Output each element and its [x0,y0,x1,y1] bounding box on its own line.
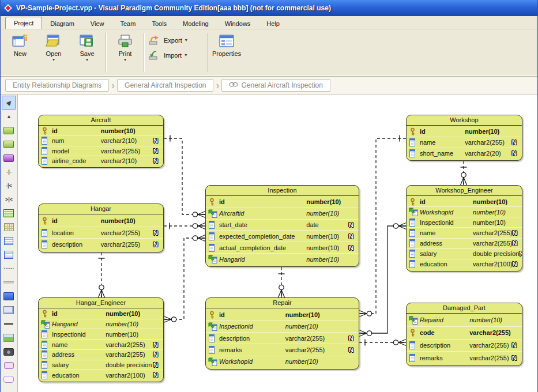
dotted-line-tool[interactable]: ······ [2,262,16,276]
entity-row[interactable]: modelvarchar2(255)N [39,146,163,156]
entity-hangar[interactable]: Hangaridnumber(10)locationvarchar2(255)N… [38,203,164,252]
relationship-aircraft-inspection[interactable] [164,135,205,218]
table-record-tool[interactable] [2,206,16,220]
entity-row[interactable]: idnumber(10) [39,215,163,227]
entity-row[interactable]: Inspectionidnumber(10) [39,329,163,339]
relationship-inspection-repair[interactable] [278,267,284,297]
rounded-rectangle-tool[interactable] [2,372,16,386]
menu-item-diagram[interactable]: Diagram [42,18,82,29]
relationship-workshop-workshop_engineer[interactable] [460,161,466,185]
note-tool[interactable] [2,248,16,262]
entity-row[interactable]: airline_codevarchar2(10)N [39,156,163,165]
entity-title: Damaged_Part [407,303,522,314]
line-tool[interactable] [2,317,16,331]
chevron-down-icon[interactable]: ▾ [185,39,187,42]
entity-row[interactable]: idnumber(10) [407,126,522,137]
entity-row[interactable]: idnumber(10) [39,309,163,319]
chevron-down-icon[interactable]: ▾ [185,54,187,57]
screenshot-tool[interactable] [2,345,16,359]
entity-row[interactable]: idnumber(10) [206,197,359,208]
one-to-many-relationship-tool[interactable]: -|< [2,179,16,193]
entity-row[interactable]: idnumber(10) [39,126,163,135]
entity-inspection[interactable]: Inspectionidnumber(10)Aircraftidnumber(1… [205,185,359,267]
grid-tool[interactable] [2,220,16,234]
chevron-down-icon[interactable]: ▾ [52,58,55,62]
one-to-one-relationship-tool[interactable]: -|- [2,165,16,179]
callout-tool[interactable] [2,359,16,372]
entity-row[interactable]: idnumber(10) [407,197,522,206]
entity-row[interactable]: namevarchar2(255)N [407,137,522,148]
text-annotation-tool[interactable] [2,234,16,248]
entity-row[interactable]: start_datedateN [206,219,359,231]
cursor-tool[interactable]: ▶ [2,96,16,110]
scroll-up[interactable]: ▲ [2,110,16,123]
menu-item-view[interactable]: View [82,18,112,29]
entity-row[interactable]: Workshopidnumber(10) [206,356,359,367]
entity-row[interactable]: expected_completion_datenumber(10)N [206,230,359,242]
export-button[interactable]: Export▾ [148,35,204,46]
entity-hangar_engineer[interactable]: Hangar_Engineeridnumber(10)Hangaridnumbe… [38,297,164,382]
open-button[interactable]: Open▾ [39,32,69,62]
menu-item-project[interactable]: Project [5,17,42,29]
entity-row[interactable]: educationvarchar2(100)N [407,259,522,269]
print-button[interactable]: Print▾ [110,32,140,62]
new-button[interactable]: New [5,32,35,62]
entity-row[interactable]: remarksvarchar2(255)N [407,351,522,364]
entity-row[interactable]: Aircraftidnumber(10) [206,208,359,219]
breadcrumb-item[interactable]: Entity Relationship Diagrams [5,79,109,92]
save-button[interactable]: Save▾ [72,32,102,62]
entity-row[interactable]: Inspectionidnumber(10) [206,320,359,331]
entity-row[interactable]: locationvarchar2(255)N [39,227,163,239]
menu-item-help[interactable]: Help [258,18,288,29]
stored-procedure-tool[interactable] [2,151,16,165]
entity-row[interactable]: idnumber(10) [206,309,359,320]
entity-repair[interactable]: Repairidnumber(10)Inspectionidnumber(10)… [205,297,359,370]
entity-workshop_engineer[interactable]: Workshop_Engineeridnumber(10)Workshopidn… [406,185,522,272]
import-button[interactable]: Import▾ [148,50,204,61]
entity-row[interactable]: salarydouble precisionN [407,248,522,259]
entity-aircraft[interactable]: Aircraftidnumber(10)numvarchar2(10)Nmode… [38,115,164,168]
entity-row[interactable]: actual_completion_datenumber(10)N [206,242,359,253]
entity-row[interactable]: educationvarchar2(100)N [39,370,163,380]
entity-workshop[interactable]: Workshopidnumber(10)namevarchar2(255)Nsh… [406,115,522,161]
entity-row[interactable]: namevarchar2(255)N [39,339,163,349]
entity-view-tool[interactable] [2,137,16,151]
chevron-down-icon[interactable]: ▾ [86,58,88,62]
entity-row[interactable]: Workshopidnumber(10) [407,206,522,217]
relationship-hangar_engineer-inspection[interactable] [164,235,205,323]
entity-damaged_part[interactable]: Damaged_PartRepairidnumber(10)codevarcha… [406,303,522,366]
many-to-many-relationship-tool[interactable]: >|< [2,193,16,206]
diagram-overview-tool[interactable] [2,303,16,317]
relationship-hangar-inspection[interactable] [164,223,205,229]
entity-row[interactable]: Hangaridnumber(10) [39,319,163,329]
entity-row[interactable]: Inspectionidnumber(10) [407,217,522,227]
relationship-workshop_engineer-repair[interactable] [359,223,406,337]
menu-item-team[interactable]: Team [112,18,144,29]
image-tool[interactable] [2,331,16,345]
diagram-canvas[interactable]: Aircraftidnumber(10)numvarchar2(10)Nmode… [18,95,537,392]
entity-row[interactable]: descriptionvarchar2(255)N [407,339,522,352]
menu-item-modeling[interactable]: Modeling [175,18,217,29]
breadcrumb-item[interactable]: General Aircraft Inspection [117,79,213,92]
entity-row[interactable]: Repairidnumber(10) [407,314,522,326]
menu-item-windows[interactable]: Windows [217,18,259,29]
menu-item-tools[interactable]: Tools [144,18,175,29]
relationship-repair-damaged_part[interactable] [359,340,406,346]
entity-row[interactable]: descriptionvarchar2(255)N [39,238,163,250]
breadcrumb-item[interactable]: General Aircraft Inspection [221,79,330,92]
entity-tool[interactable] [2,123,16,137]
package-tool[interactable] [2,289,16,303]
entity-row[interactable]: salarydouble precisionN [39,360,163,370]
entity-row[interactable]: remarksvarchar2(255)N [206,344,359,355]
entity-row[interactable]: short_namevarchar2(20)N [407,148,522,159]
entity-row[interactable]: addressvarchar2(255)N [407,238,522,248]
entity-row[interactable]: descriptionvarchar2(255)N [206,332,359,344]
entity-row[interactable]: namevarchar2(255)N [407,227,522,238]
entity-row[interactable]: numvarchar2(10)N [39,135,163,145]
entity-row[interactable]: Hangaridnumber(10) [206,253,359,265]
relationship-hangar-hangar_engineer[interactable] [98,252,104,297]
entity-row[interactable]: codevarchar2(255) [407,326,522,339]
entity-row[interactable]: addressvarchar2(255)N [39,349,163,360]
properties-button[interactable]: Properties [212,32,242,57]
chevron-down-icon[interactable]: ▾ [124,58,126,62]
